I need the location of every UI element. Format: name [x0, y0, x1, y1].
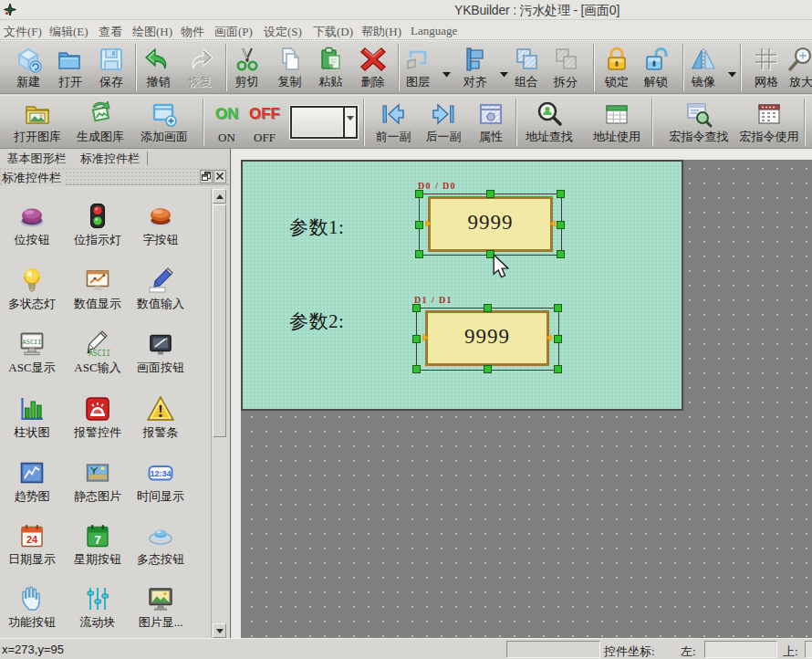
menu-item-0[interactable]: 文件(F) [4, 24, 42, 40]
toolbar-button-unlock[interactable]: 解锁 [634, 43, 678, 92]
toolbar-button-undo[interactable]: 撤销 [138, 43, 179, 92]
hmi-page[interactable]: 参数1: 参数2: D0 / D0 9999 D1 / D1 9999 [241, 160, 683, 411]
toolbar-button-open-gallery[interactable]: 打开图库 [11, 98, 64, 147]
selection-handle[interactable] [557, 250, 565, 258]
combobox-dropdown-button[interactable] [343, 108, 356, 137]
left-coord-input[interactable] [704, 641, 777, 658]
toolbar-button-redo[interactable]: 恢复 [179, 43, 221, 92]
numeric-input-icon [146, 266, 175, 295]
toolbox-item-picture-display[interactable]: 图片显... [130, 584, 192, 631]
top-coord-input[interactable] [805, 641, 812, 658]
selection-handle[interactable] [415, 221, 423, 229]
selection-handle[interactable] [484, 365, 492, 373]
page-text[interactable]: 参数2: [289, 309, 344, 334]
toolbox-item-alarm-bar[interactable]: 报警条 [130, 394, 192, 441]
toolbox-item-function-button[interactable]: 功能按钮 [1, 584, 63, 631]
toolbar-button-ungroup[interactable]: 拆分 [542, 43, 589, 92]
menu-item-5[interactable]: 画面(P) [214, 24, 253, 40]
tab-basic-shapes[interactable]: 基本图形栏 [0, 149, 73, 168]
menu-item-4[interactable]: 物件 [181, 24, 204, 40]
selection-handle[interactable] [412, 335, 421, 343]
selection-handle[interactable] [554, 335, 562, 343]
coords-label: 控件坐标: [604, 643, 655, 659]
toolbox-item-trend-graph[interactable]: 趋势图 [1, 458, 63, 505]
menu-item-2[interactable]: 查看 [99, 24, 122, 40]
toolbox-item-numeric-input[interactable]: 数值输入 [130, 266, 192, 312]
toolbar-button-add-screen[interactable]: 添加画面 [138, 98, 191, 147]
menu-item-9[interactable]: Language [411, 24, 457, 38]
toolbar-button-copy[interactable]: 复制 [269, 43, 310, 92]
toolbar-button-prev-screen[interactable]: 前一副 [370, 98, 417, 147]
dropdown-arrow-icon[interactable] [442, 65, 451, 81]
toolbar-button-on[interactable]: ON ON [208, 98, 245, 147]
toolbox-item-ascii-input[interactable]: ASCII ASC输入 [67, 330, 129, 376]
toolbox-item-flow-block[interactable]: 流动块 [67, 584, 129, 631]
toolbar-button-new[interactable]: 新建 [7, 43, 49, 92]
toolbar-button-make-gallery[interactable]: 生成图库 [74, 98, 127, 147]
toolbar-button-off[interactable]: OFF OFF [245, 98, 284, 147]
toolbox-item-multi-state-lamp[interactable]: 多状态灯 [1, 266, 63, 312]
toolbar-button-mirror[interactable]: 镜像 [684, 43, 739, 92]
toolbar-button-macro-usage[interactable]: 宏指令使用 [736, 98, 802, 147]
selection-handle[interactable] [557, 221, 565, 229]
toolbar-button-zoom-in[interactable]: 放大 [780, 43, 812, 92]
scroll-up-button[interactable] [213, 189, 226, 204]
selection-handle[interactable] [415, 250, 423, 258]
pointer-position: x=273,y=95 [2, 643, 64, 656]
toolbar-button-next-screen[interactable]: 后一副 [420, 98, 467, 147]
menu-item-1[interactable]: 编辑(E) [49, 24, 88, 40]
tab-standard-controls[interactable]: 标准控件栏 [73, 149, 147, 168]
toolbox-item-numeric-display[interactable]: 数值显示 [67, 266, 129, 312]
toolbar-button-open[interactable]: 打开 [49, 43, 91, 92]
toolbox-item-screen-button[interactable]: 画面按钮 [130, 330, 192, 376]
toolbox-item-label: 数值显示 [67, 296, 129, 312]
palette-scrollbar[interactable] [211, 189, 226, 638]
selection-handle[interactable] [486, 190, 494, 198]
scrollbar-thumb[interactable] [213, 204, 226, 437]
canvas-area[interactable]: 参数1: 参数2: D0 / D0 9999 D1 / D1 9999 [233, 149, 812, 638]
toolbox-item-ascii-display[interactable]: ASCII ASC显示 [1, 330, 63, 376]
selection-handle[interactable] [484, 304, 492, 312]
toolbar-button-macro-find[interactable]: 宏指令查找 [666, 98, 732, 147]
toolbox-item-bar-graph[interactable]: 柱状图 [1, 394, 63, 441]
toolbar-button-address-usage[interactable]: 地址使用 [589, 98, 644, 147]
toolbox-item-date-display[interactable]: 24 日期显示 [1, 521, 63, 568]
menu-item-7[interactable]: 下载(D) [313, 24, 353, 40]
toolbox-item-bit-button[interactable]: 位按钮 [1, 202, 63, 248]
widget-address-label: D0 / D0 [418, 181, 456, 191]
float-panel-button[interactable] [200, 170, 213, 183]
menu-item-3[interactable]: 绘图(H) [132, 24, 172, 40]
toolbox-item-bit-lamp[interactable]: 位指示灯 [67, 202, 129, 248]
toolbox-item-multi-state-button[interactable]: 多态按钮 [130, 521, 192, 568]
screen-combobox[interactable] [290, 106, 358, 139]
selection-handle[interactable] [557, 190, 565, 198]
dropdown-arrow-icon[interactable] [728, 65, 736, 81]
selection-handle[interactable] [554, 304, 562, 312]
toolbox-item-word-button[interactable]: 字按钮 [130, 202, 192, 248]
menu-item-8[interactable]: 帮助(H) [361, 24, 401, 40]
toolbar-button-layers[interactable]: 图层 [399, 43, 453, 92]
toolbox-item-week-button[interactable]: 7 星期按钮 [67, 521, 129, 568]
selection-handle[interactable] [412, 365, 421, 373]
toolbox-item-static-picture[interactable]: 静态图片 [67, 458, 129, 505]
toolbar-button-save[interactable]: 保存 [90, 43, 132, 92]
toolbar-button-lock[interactable]: 锁定 [595, 43, 639, 92]
toolbar-button-cut[interactable]: 剪切 [226, 43, 267, 92]
menu-item-6[interactable]: 设定(S) [264, 24, 302, 40]
page-text[interactable]: 参数1: [289, 214, 344, 240]
toolbox-item-alarm-control[interactable]: 报警控件 [67, 394, 129, 441]
toolbox-panel-header: 标准控件栏 [0, 168, 230, 185]
scroll-down-icon [215, 622, 224, 639]
toolbar-button-address-find[interactable]: 地址查找 [522, 98, 577, 147]
scroll-down-button[interactable] [213, 623, 226, 638]
selection-handle[interactable] [415, 190, 423, 198]
toolbar-button-label: 前一副 [370, 129, 417, 145]
selection-handle[interactable] [554, 365, 562, 373]
selection-handle[interactable] [412, 304, 421, 312]
close-panel-button[interactable] [213, 170, 226, 183]
toolbar-button-paste[interactable]: 粘贴 [310, 43, 351, 92]
toolbar-button-properties[interactable]: 属性 [467, 98, 515, 147]
toolbar-button-label: 复制 [269, 74, 310, 90]
toolbox-item-time-display[interactable]: 12:34 时间显示 [130, 458, 192, 505]
toolbar-button-delete[interactable]: 删除 [352, 43, 393, 92]
